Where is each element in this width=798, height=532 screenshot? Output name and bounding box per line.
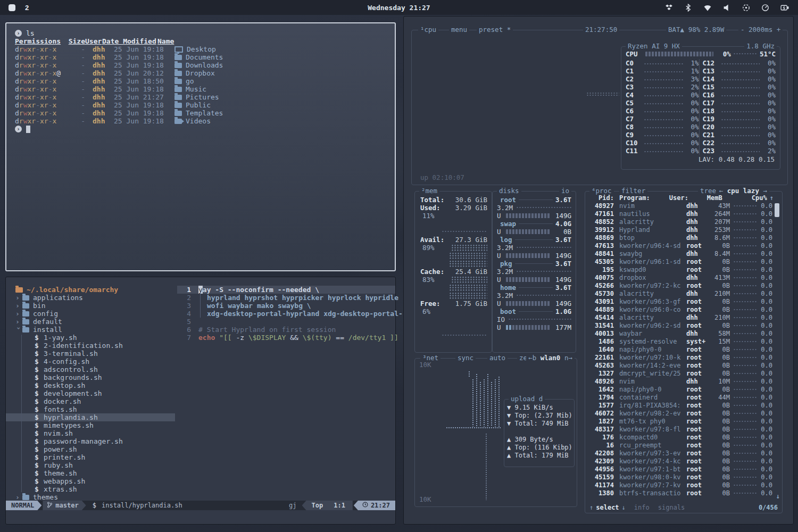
tree-root[interactable]: ~/.local/share/omarchy <box>15 286 177 294</box>
process-row[interactable]: 48927nvimdhh43M0.0 <box>587 202 772 210</box>
workspace-2-label[interactable]: 2 <box>25 4 29 12</box>
dropbox-icon[interactable] <box>665 4 673 12</box>
signals-button[interactable]: signals <box>658 504 685 511</box>
process-row[interactable]: 1642napi/phy0-0root0B0.0 <box>587 386 772 394</box>
select-label[interactable]: select <box>596 504 619 511</box>
process-row[interactable]: 195kswapd0root0B0.0 <box>587 266 772 274</box>
workspace-active-icon[interactable] <box>9 4 15 11</box>
program-header[interactable]: Program: <box>619 194 669 202</box>
iface-next-key[interactable]: n→ <box>564 354 572 362</box>
tree-item-3-terminal.sh[interactable]: $3-terminal.sh <box>15 350 177 358</box>
net-sync-toggle[interactable]: sync <box>455 354 476 362</box>
file-tree-pane[interactable]: ~/.local/share/omarchy ›applications›bin… <box>6 277 177 501</box>
net-auto-toggle[interactable]: auto <box>487 354 508 362</box>
tree-item-xtras.sh[interactable]: $xtras.sh <box>15 485 177 493</box>
process-row[interactable]: 47161nautilusdhh264M0.0 <box>587 210 772 218</box>
terminal-cursor[interactable] <box>26 126 30 133</box>
cpu-header[interactable]: Cpu% <box>722 194 767 202</box>
mem-tab[interactable]: ²mem <box>419 187 439 195</box>
iface-prev-key[interactable]: ←b <box>528 354 536 362</box>
process-row[interactable]: 31541kworker/u96:2-sdroot0B0.0 <box>587 322 772 330</box>
process-row[interactable]: 48926nvimdhh10M0.0 <box>587 378 772 386</box>
tree-item-default[interactable]: ›default <box>15 318 177 326</box>
tree-item-password-manager.sh[interactable]: $password-manager.sh <box>15 437 177 445</box>
process-row[interactable]: 39912Hyprlanddhh253M0.0 <box>587 226 772 234</box>
tree-item-bin[interactable]: ›bin <box>15 302 177 310</box>
tree-item-2-identification.sh[interactable]: $2-identification.sh <box>15 342 177 350</box>
user-header[interactable]: User: <box>669 194 701 202</box>
process-row[interactable]: 44889kworker/u96:0-coroot0B0.0 <box>587 306 772 314</box>
process-row[interactable]: 45263kworker/14:2-everoot0B0.0 <box>587 362 772 370</box>
process-row[interactable]: 16rcu_preemptroot0B0.0 <box>587 442 772 450</box>
code-pane[interactable]: 1yay -S --noconfirm --needed \2hyprland … <box>177 277 395 501</box>
process-row[interactable]: 45730alacrittydhh210M0.0 <box>587 290 772 298</box>
refresh-rate-control[interactable]: - 2000ms + <box>738 26 783 34</box>
sort-next-arrow[interactable]: → <box>763 187 767 195</box>
select-up-key[interactable]: ↑ <box>589 504 593 511</box>
battery-icon[interactable] <box>780 4 789 12</box>
io-tab[interactable]: io <box>559 187 571 195</box>
bluetooth-icon[interactable] <box>684 4 692 12</box>
tree-item-themes[interactable]: ›themes <box>15 493 177 501</box>
tree-item-install[interactable]: ›install <box>15 326 177 334</box>
tree-item-mimetypes.sh[interactable]: $mimetypes.sh <box>15 421 177 429</box>
tree-item-theme.sh[interactable]: $theme.sh <box>15 469 177 477</box>
tree-item-adscontrol.sh[interactable]: $adscontrol.sh <box>15 365 177 373</box>
sort-prev-arrow[interactable]: ← <box>719 187 724 195</box>
process-row[interactable]: 48317kworker/u97:8-flroot0B0.0 <box>587 426 772 434</box>
tree-item-hyprlandia.sh[interactable]: $hyprlandia.sh <box>15 413 177 421</box>
process-row[interactable]: 45266kworker/u97:2-kcroot0B0.0 <box>587 282 772 290</box>
tree-item-docker.sh[interactable]: $docker.sh <box>15 397 177 405</box>
screencast-icon[interactable] <box>742 4 750 12</box>
tree-item-development.sh[interactable]: $development.sh <box>15 389 177 397</box>
process-row[interactable]: 45305kworker/u96:1-sdroot0B0.0 <box>587 258 772 266</box>
gauge-icon[interactable] <box>761 4 769 12</box>
cpu-tab[interactable]: ¹cpu <box>418 26 438 34</box>
tree-item-ruby.sh[interactable]: $ruby.sh <box>15 461 177 469</box>
process-row[interactable]: 40013waybardhh58M0.0 <box>587 330 772 338</box>
process-row[interactable]: 1577irq/81-PIXA3854:root0B0.0 <box>587 402 772 410</box>
tree-item-fonts.sh[interactable]: $fonts.sh <box>15 405 177 413</box>
preset-button[interactable]: preset * <box>477 26 513 34</box>
process-row[interactable]: 176kcompactd0root0B0.0 <box>587 434 772 442</box>
pid-header[interactable]: Pid: <box>587 194 614 202</box>
scroll-down-icon[interactable]: ↓ <box>776 492 780 500</box>
process-row[interactable]: 46072kworker/u98:2-evroot0B0.0 <box>587 410 772 418</box>
tree-item-nvim.sh[interactable]: $nvim.sh <box>15 429 177 437</box>
info-button[interactable]: info <box>634 504 650 511</box>
process-row[interactable]: 1827mt76-tx phy0root0B0.0 <box>587 418 772 426</box>
proc-sort-control[interactable]: ← cpu lazy → <box>717 187 769 195</box>
process-row[interactable]: 45159kworker/u98:0-kvroot0B0.0 <box>587 473 772 481</box>
mem-header[interactable]: MemB <box>701 194 722 202</box>
process-row[interactable]: 41174kworker/u97:7-kvroot0B0.0 <box>587 481 772 489</box>
tree-item-1-yay.sh[interactable]: $1-yay.sh <box>15 334 177 342</box>
tree-item-desktop.sh[interactable]: $desktop.sh <box>15 381 177 389</box>
proc-filter-button[interactable]: filter <box>619 187 647 195</box>
process-row[interactable]: 22161kworker/u97:10-kroot0B0.0 <box>587 354 772 362</box>
proc-tree-toggle[interactable]: tree <box>698 187 718 195</box>
process-row[interactable]: 42208kworker/u97:3-evroot0B0.0 <box>587 450 772 458</box>
process-row[interactable]: 1486systemd-resolvesyst+15M0.0 <box>587 338 772 346</box>
process-row[interactable]: 43091kworker/u96:3-gfroot0B0.0 <box>587 298 772 306</box>
volume-icon[interactable] <box>723 4 731 12</box>
process-row[interactable]: 1327dmcrypt_write/25root0B0.0 <box>587 370 772 378</box>
net-interface-switcher[interactable]: ←b wlan0 n→ <box>526 354 575 362</box>
process-row[interactable]: 47613kworker/u96:4-sdroot0B0.0 <box>587 242 772 250</box>
tree-item-printer.sh[interactable]: $printer.sh <box>15 453 177 461</box>
proc-scrollbar-thumb[interactable] <box>775 203 779 217</box>
process-row[interactable]: 1794containerdroot44M0.0 <box>587 394 772 402</box>
tree-item-backgrounds.sh[interactable]: $backgrounds.sh <box>15 373 177 381</box>
process-row[interactable]: 48841swaybgdhh8.4M0.0 <box>587 250 772 258</box>
tree-item-4-config.sh[interactable]: $4-config.sh <box>15 358 177 365</box>
process-row[interactable]: 48869btopdhh8.6M0.0 <box>587 234 772 242</box>
wifi-icon[interactable] <box>703 4 712 12</box>
process-row[interactable]: 44956kworker/u97:1-btroot0B0.0 <box>587 466 772 473</box>
btop-window[interactable]: ¹cpu menu preset * 21:27:50 BAT▲ 98% 2.8… <box>403 16 794 525</box>
terminal-window[interactable]: › ls PermissionsSizeUserDate ModifiedNam… <box>5 22 396 271</box>
tree-item-power.sh[interactable]: $power.sh <box>15 445 177 453</box>
process-row[interactable]: 1380btrfs-transactioroot0B0.0 <box>587 489 772 497</box>
neovim-window[interactable]: ~/.local/share/omarchy ›applications›bin… <box>5 277 396 525</box>
tree-item-webapps.sh[interactable]: $webapps.sh <box>15 477 177 485</box>
proc-tab[interactable]: ⁴proc <box>589 187 614 195</box>
tree-item-config[interactable]: ›config <box>15 310 177 318</box>
